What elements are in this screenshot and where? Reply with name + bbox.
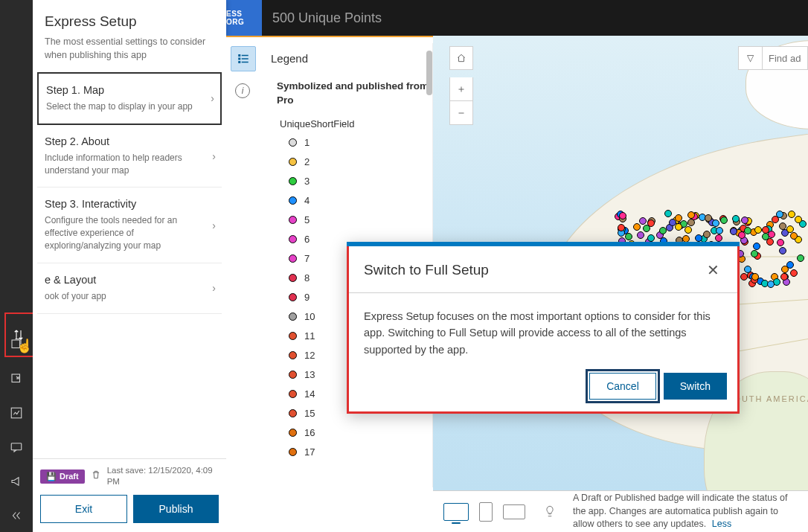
legend-item: 4 [289,195,432,206]
map-point [684,226,692,234]
delete-button[interactable] [91,469,101,483]
legend-swatch [289,158,297,166]
org-badge: ESS ORG [226,0,262,36]
map-point [716,227,723,234]
info-icon[interactable]: i [235,83,250,98]
svg-rect-8 [242,58,249,60]
map-point [768,231,775,238]
legend-label: 16 [304,427,315,438]
step-title: Step 3. Interactivity [45,198,214,210]
map-point [751,273,759,281]
legend-swatch [289,429,297,437]
legend-field-name: UniqueShortField [280,118,432,129]
legend-swatch [289,448,297,456]
device-phone[interactable] [503,504,525,519]
legend-label: 11 [304,330,315,342]
chevron-right-icon: › [212,150,216,162]
map-point [647,219,655,227]
step-desc: Select the map to display in your app [46,100,213,113]
collapse-icon[interactable] [9,508,24,523]
map-point [790,232,798,240]
map-point [633,223,641,231]
panel-subtitle: The most essential settings to consider … [45,36,214,62]
legend-swatch [289,351,297,359]
svg-rect-9 [242,62,249,63]
legend-swatch [289,390,297,398]
page-title: 500 Unique Points [272,10,382,26]
map-point [712,219,719,227]
legend-label: 17 [304,446,315,458]
step-map[interactable]: Step 1. Map Select the map to display in… [37,72,222,125]
step-interactivity[interactable]: Step 3. Interactivity Configure the tool… [37,188,222,263]
legend-label: 3 [304,176,310,187]
legend-swatch [289,371,297,379]
map-point [779,247,786,254]
full-setup-toggle[interactable] [7,324,30,346]
search-source-dropdown[interactable]: ▽ [739,47,763,69]
legend-swatch [289,254,297,263]
map-point [781,266,789,273]
map-point [730,228,737,235]
svg-rect-4 [238,54,240,57]
legend-label: 6 [304,234,310,245]
publish-button[interactable]: Publish [133,495,219,523]
chevron-right-icon: › [212,219,216,231]
search-widget: ▽ [738,46,808,70]
map-point [675,223,682,231]
tip-less-link[interactable]: Less [712,519,731,529]
map-point [780,273,788,281]
step-about[interactable]: Step 2. About Include information to hel… [37,125,222,188]
device-desktop[interactable] [443,503,469,521]
svg-rect-6 [238,61,240,63]
device-tablet[interactable] [479,502,493,522]
draft-badge: 💾 Draft [40,469,85,484]
legend-toggle[interactable] [231,46,256,71]
panel-footer: 💾 Draft Last save: 12/15/2020, 4:09 PM E… [33,458,226,532]
legend-item: 1 [289,137,432,148]
chevron-right-icon: › [212,282,216,294]
legend-heading: Legend [271,52,432,65]
map-controls [449,46,473,125]
modal-title: Switch to Full Setup [364,262,489,278]
home-button[interactable] [449,46,473,70]
search-input[interactable] [763,47,807,69]
cancel-button[interactable]: Cancel [589,373,656,400]
step-layout[interactable]: e & Layout ook of your app › [37,263,222,314]
close-button[interactable]: ✕ [704,258,722,282]
legend-item: 5 [289,214,432,225]
legend-swatch [289,274,297,282]
zoom-in-button[interactable] [449,77,473,101]
map-point [751,250,758,257]
legend-swatch [289,293,297,301]
zoom-out-button[interactable] [449,101,473,125]
announce-icon[interactable] [9,474,24,489]
legend-label: 8 [304,272,310,283]
map-point [767,281,775,288]
legend-label: 5 [304,214,310,225]
step-title: Step 1. Map [46,84,213,96]
export-icon[interactable] [9,371,24,386]
last-save-text: Last save: 12/15/2020, 4:09 PM [107,465,219,487]
feedback-icon[interactable] [9,440,24,455]
map-point [659,227,667,234]
map-point [647,234,655,242]
map-point [618,224,625,231]
map-point [705,214,712,222]
chart-icon[interactable] [9,406,24,420]
legend-swatch [289,196,297,205]
legend-label: 14 [304,388,315,400]
tip-text: A Draft or Published badge will indicate… [573,492,798,531]
svg-rect-5 [238,58,240,60]
svg-rect-3 [11,443,22,450]
legend-label: 10 [304,311,315,322]
legend-swatch [289,409,297,417]
legend-scrollbar[interactable] [426,51,432,95]
panel-title: Express Setup [45,13,214,30]
legend-label: 13 [304,369,315,380]
switch-button[interactable]: Switch [664,373,727,400]
tip-icon [543,504,558,519]
map-point [664,210,672,217]
exit-button[interactable]: Exit [40,495,127,523]
steps-list: Step 1. Map Select the map to display in… [33,66,226,458]
map-point [669,219,676,226]
